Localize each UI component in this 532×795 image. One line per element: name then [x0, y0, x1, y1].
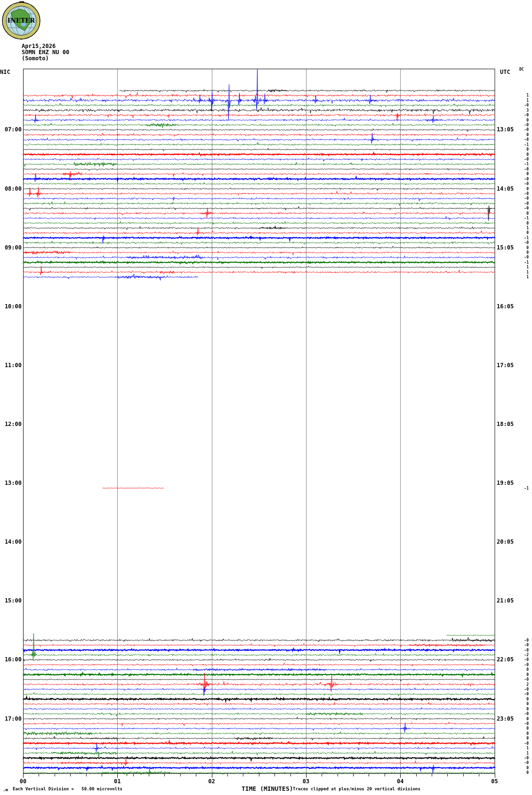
footer-units-note: Each Vertical Division = 50.00 microvolt… [13, 787, 122, 791]
dc-value: 0 [510, 221, 529, 225]
x-axis-title: TIME (MINUTES) [242, 785, 293, 792]
dc-value: -0 [510, 712, 529, 716]
ineter-logo: INETER [1, 1, 41, 40]
dc-value: -0 [510, 182, 529, 186]
dc-value: -1 [510, 143, 529, 147]
dc-value: -0 [510, 128, 529, 132]
header-station-name: (Somoto) [22, 56, 49, 62]
right-time-label: 19:05 [497, 480, 514, 486]
dc-value: 0 [510, 246, 529, 250]
dc-value: 0 [510, 118, 529, 122]
dc-value: -0 [510, 663, 529, 667]
dc-value: 1 [510, 98, 529, 103]
left-time-label: 11:00 [2, 362, 22, 368]
dc-value: -0 [510, 756, 529, 760]
x-tick-label: 03 [299, 778, 313, 785]
dc-value: -2 [510, 653, 529, 657]
left-time-label: 08:00 [2, 186, 22, 192]
dc-value: 0 [510, 771, 529, 775]
dc-value: -1 [510, 260, 529, 265]
dc-value: -0 [510, 643, 529, 647]
dc-value: 1 [510, 226, 529, 230]
dc-value: -0 [510, 241, 529, 245]
left-time-label: 16:00 [2, 657, 22, 662]
dc-value: 0 [510, 250, 529, 255]
dc-value: -0 [510, 201, 529, 206]
dc-value: -0 [510, 648, 529, 652]
dc-value: 0 [510, 187, 529, 191]
dc-column-header: DC [519, 67, 524, 72]
dc-value: 1 [510, 270, 529, 274]
x-tick-label: 02 [205, 778, 219, 785]
left-time-label: 09:00 [2, 245, 22, 250]
dc-value: 0 [510, 707, 529, 711]
dc-value: 1 [510, 746, 529, 750]
dc-value: 0 [510, 172, 529, 176]
dc-value: -0 [510, 113, 529, 117]
right-time-label: 17:05 [497, 362, 514, 368]
dc-value: -0 [510, 167, 529, 171]
dc-value: -0 [510, 761, 529, 765]
dc-value: 0 [510, 673, 529, 677]
left-time-label: 17:00 [2, 716, 22, 722]
dc-value: -1 [510, 486, 529, 490]
x-tick-label: 05 [488, 778, 502, 785]
right-time-label: 21:05 [497, 598, 514, 603]
right-time-label: 20:05 [497, 539, 514, 545]
dc-value: 1 [510, 265, 529, 269]
dc-value: -0 [510, 638, 529, 642]
dc-value: -0 [510, 206, 529, 210]
seismogram-canvas [0, 0, 532, 795]
dc-value: 1 [510, 751, 529, 755]
dc-value: 0 [510, 211, 529, 216]
x-tick-label: 04 [393, 778, 407, 785]
dc-value: -0 [510, 137, 529, 142]
dc-value: -0 [510, 722, 529, 726]
dc-value: -0 [510, 177, 529, 181]
left-time-label: 07:00 [2, 127, 22, 132]
left-timezone-label: NIC [0, 69, 10, 75]
dc-value: -0 [510, 692, 529, 696]
dc-value: 0 [510, 736, 529, 740]
dc-value: -1 [510, 162, 529, 166]
dc-value: -1 [510, 236, 529, 240]
dc-value: 0 [510, 667, 529, 672]
left-time-label: 15:00 [2, 598, 22, 603]
x-tick-label: 01 [110, 778, 124, 785]
dc-value: -0 [510, 123, 529, 127]
dc-value: -1 [510, 216, 529, 220]
dc-value: 0 [510, 153, 529, 157]
right-time-label: 16:05 [497, 304, 514, 309]
dc-value: -0 [510, 677, 529, 682]
dc-value: 0 [510, 766, 529, 770]
dc-value: -0 [510, 196, 529, 201]
helicorder-page: INETER Apr15,2026 SOMN EHZ NU 00 (Somoto… [0, 0, 532, 795]
dc-value: -0 [510, 192, 529, 196]
logo-text: INETER [8, 17, 35, 24]
dc-value: -0 [510, 687, 529, 691]
dc-value: 0 [510, 231, 529, 235]
footer-units-glyph: .м [3, 787, 8, 792]
left-time-label: 13:00 [2, 480, 22, 486]
left-time-label: 12:00 [2, 421, 22, 427]
dc-value: 0 [510, 731, 529, 736]
footer-clip-note: Traces clipped at plus/minus 20 vertical… [293, 787, 420, 791]
dc-value: -0 [510, 741, 529, 746]
dc-value: -0 [510, 103, 529, 107]
dc-value: 0 [510, 147, 529, 152]
right-timezone-label: UTC [500, 69, 510, 75]
left-time-label: 14:00 [2, 539, 22, 545]
dc-value: 3 [510, 108, 529, 112]
dc-value: 0 [510, 726, 529, 731]
dc-value: 1 [510, 93, 529, 97]
right-time-label: 18:05 [497, 421, 514, 427]
dc-value: 2 [510, 683, 529, 687]
dc-value: 0 [510, 702, 529, 706]
dc-value: -0 [510, 255, 529, 259]
dc-value: 1 [510, 275, 529, 279]
dc-value: 0 [510, 717, 529, 721]
dc-value: -0 [510, 157, 529, 161]
dc-value: 0 [510, 697, 529, 701]
dc-value: 0 [510, 133, 529, 137]
x-tick-label: 00 [16, 778, 30, 785]
